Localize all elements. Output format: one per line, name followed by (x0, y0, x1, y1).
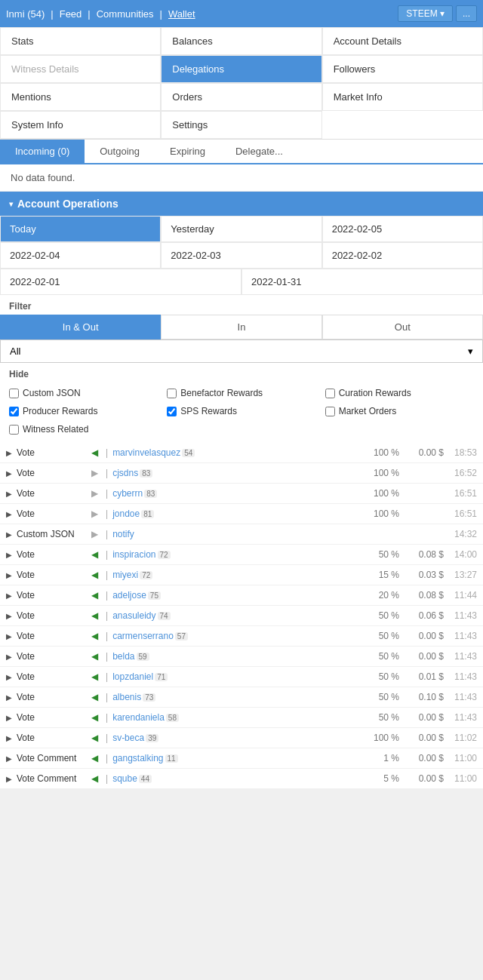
table-row[interactable]: ▶ Vote ◀ | lopzdaniel71 50 % 0.01 $ 11:4… (0, 667, 483, 687)
date-d6[interactable]: 2022-01-31 (242, 269, 483, 295)
menu-item-system-info[interactable]: System Info (0, 111, 161, 139)
date-d5[interactable]: 2022-02-01 (0, 269, 242, 295)
table-row[interactable]: ▶ Vote ▶ | jondoe81 100 % 16:51 (0, 504, 483, 524)
hide-custom-json[interactable]: Custom JSON (6, 386, 161, 401)
table-row[interactable]: ▶ Vote ◀ | miyexi72 15 % 0.03 $ 13:27 (0, 565, 483, 585)
expand-icon[interactable]: ▶ (6, 591, 12, 600)
expand-icon[interactable]: ▶ (6, 469, 12, 478)
expand-icon[interactable]: ▶ (6, 612, 12, 620)
table-row[interactable]: ▶ Vote ◀ | belda59 50 % 0.00 $ 11:43 (0, 647, 483, 667)
op-user[interactable]: carmenserrano57 (112, 631, 358, 641)
table-row[interactable]: ▶ Vote ▶ | cyberrn83 100 % 16:51 (0, 484, 483, 504)
more-button[interactable]: ... (456, 5, 477, 22)
menu-item-market-info[interactable]: Market Info (322, 83, 483, 111)
nav-communities[interactable]: Communities (97, 8, 154, 20)
date-yesterday[interactable]: Yesterday (161, 216, 321, 242)
hide-benefactor-rewards-checkbox[interactable] (167, 389, 177, 398)
expand-icon[interactable]: ▶ (6, 510, 12, 518)
hide-sps-rewards-checkbox[interactable] (167, 407, 177, 416)
table-row[interactable]: ▶ Custom JSON ▶ | notify 14:32 (0, 524, 483, 545)
table-row[interactable]: ▶ Vote ◀ | inspiracion72 50 % 0.08 $ 14:… (0, 545, 483, 565)
op-user[interactable]: belda59 (112, 651, 358, 662)
op-user[interactable]: lopzdaniel71 (112, 671, 358, 682)
hide-producer-rewards[interactable]: Producer Rewards (6, 404, 161, 419)
expand-icon[interactable]: ▶ (6, 693, 12, 702)
op-user[interactable]: notify (112, 529, 358, 539)
hide-witness-related[interactable]: Witness Related (6, 422, 161, 437)
op-user[interactable]: adeljose75 (112, 590, 358, 601)
expand-icon[interactable]: ▶ (6, 449, 12, 457)
expand-icon[interactable]: ▶ (6, 754, 12, 763)
expand-icon[interactable]: ▶ (6, 775, 12, 783)
expand-icon[interactable]: ▶ (6, 530, 12, 539)
filter-in[interactable]: In (161, 315, 321, 339)
op-user[interactable]: miyexi72 (112, 570, 358, 580)
all-dropdown[interactable]: All ▾ (0, 339, 483, 363)
hide-producer-rewards-checkbox[interactable] (9, 407, 19, 416)
date-d2[interactable]: 2022-02-04 (0, 242, 161, 269)
expand-icon[interactable]: ▶ (6, 734, 12, 742)
expand-icon[interactable]: ▶ (6, 653, 12, 661)
expand-icon[interactable]: ▶ (6, 551, 12, 559)
tab-delegate[interactable]: Delegate... (220, 140, 298, 163)
menu-item-balances[interactable]: Balances (161, 27, 321, 55)
hide-curation-rewards[interactable]: Curation Rewards (322, 386, 477, 401)
tab-expiring[interactable]: Expiring (155, 140, 220, 163)
expand-icon[interactable]: ▶ (6, 714, 12, 722)
table-row[interactable]: ▶ Vote ◀ | albenis73 50 % 0.10 $ 11:43 (0, 687, 483, 708)
expand-icon[interactable]: ▶ (6, 632, 12, 641)
date-d3[interactable]: 2022-02-03 (161, 242, 321, 269)
expand-icon[interactable]: ▶ (6, 673, 12, 681)
op-user[interactable]: karendaniela58 (112, 712, 358, 723)
op-user[interactable]: sv-beca39 (112, 733, 358, 743)
op-user[interactable]: gangstalking11 (112, 753, 358, 763)
expand-icon[interactable]: ▶ (6, 490, 12, 498)
table-row[interactable]: ▶ Vote ▶ | cjsdns83 100 % 16:52 (0, 463, 483, 484)
nav-wallet[interactable]: Wallet (168, 8, 195, 20)
table-row[interactable]: ▶ Vote Comment ◀ | sqube44 5 % 0.00 $ 11… (0, 769, 483, 789)
hide-witness-related-checkbox[interactable] (9, 425, 19, 435)
date-d1[interactable]: 2022-02-05 (322, 216, 483, 242)
hide-curation-rewards-checkbox[interactable] (325, 389, 335, 398)
menu-item-account-details[interactable]: Account Details (322, 27, 483, 55)
tab-incoming[interactable]: Incoming (0) (0, 140, 85, 163)
op-user[interactable]: jondoe81 (112, 508, 358, 519)
user-badge: 83 (144, 490, 157, 498)
hide-market-orders-checkbox[interactable] (325, 407, 335, 416)
table-row[interactable]: ▶ Vote ◀ | adeljose75 20 % 0.08 $ 11:44 (0, 585, 483, 606)
menu-item-stats[interactable]: Stats (0, 27, 161, 55)
filter-in-out[interactable]: In & Out (0, 315, 161, 339)
table-row[interactable]: ▶ Vote Comment ◀ | gangstalking11 1 % 0.… (0, 748, 483, 769)
op-user[interactable]: cjsdns83 (112, 468, 358, 478)
nav-feed[interactable]: Feed (60, 8, 82, 20)
op-user[interactable]: cyberrn83 (112, 488, 358, 499)
filter-out[interactable]: Out (322, 315, 483, 339)
table-row[interactable]: ▶ Vote ◀ | anasuleidy74 50 % 0.06 $ 11:4… (0, 606, 483, 626)
op-percent: 50 % (361, 651, 399, 662)
expand-icon[interactable]: ▶ (6, 571, 12, 579)
date-d4[interactable]: 2022-02-02 (322, 242, 483, 269)
op-user[interactable]: marvinvelasquez54 (112, 447, 358, 458)
table-row[interactable]: ▶ Vote ◀ | sv-beca39 100 % 0.00 $ 11:02 (0, 728, 483, 748)
op-user[interactable]: albenis73 (112, 692, 358, 702)
table-row[interactable]: ▶ Vote ◀ | karendaniela58 50 % 0.00 $ 11… (0, 708, 483, 728)
op-time: 11:43 (447, 651, 477, 662)
menu-item-orders[interactable]: Orders (161, 83, 321, 111)
menu-item-followers[interactable]: Followers (322, 55, 483, 83)
tab-outgoing[interactable]: Outgoing (85, 140, 155, 163)
table-row[interactable]: ▶ Vote ◀ | carmenserrano57 50 % 0.00 $ 1… (0, 626, 483, 647)
date-today[interactable]: Today (0, 216, 161, 242)
steem-button[interactable]: STEEM ▾ (398, 5, 453, 22)
table-row[interactable]: ▶ Vote ◀ | marvinvelasquez54 100 % 0.00 … (0, 443, 483, 463)
hide-market-orders[interactable]: Market Orders (322, 404, 477, 419)
op-user[interactable]: anasuleidy74 (112, 610, 358, 621)
no-data-message: No data found. (0, 164, 483, 192)
menu-item-delegations[interactable]: Delegations (161, 55, 321, 83)
op-user[interactable]: sqube44 (112, 773, 358, 784)
hide-sps-rewards[interactable]: SPS Rewards (164, 404, 318, 419)
hide-custom-json-checkbox[interactable] (9, 389, 19, 398)
op-user[interactable]: inspiracion72 (112, 549, 358, 560)
hide-benefactor-rewards[interactable]: Benefactor Rewards (164, 386, 318, 401)
menu-item-mentions[interactable]: Mentions (0, 83, 161, 111)
menu-item-settings[interactable]: Settings (161, 111, 321, 139)
